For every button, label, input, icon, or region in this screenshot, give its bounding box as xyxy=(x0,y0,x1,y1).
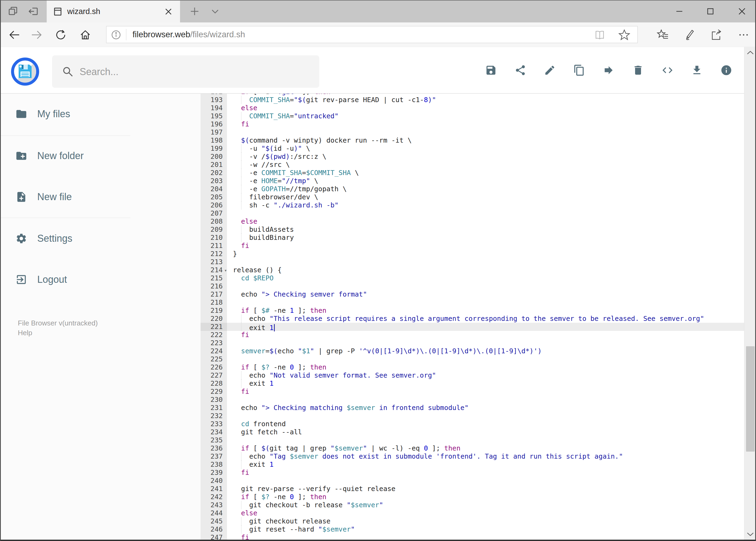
code-line[interactable]: git fetch --all xyxy=(227,428,744,436)
code-line[interactable]: release () { xyxy=(227,266,744,274)
edit-button[interactable] xyxy=(544,64,556,76)
sidebar-item-my-files[interactable]: My files xyxy=(1,103,130,125)
code-line[interactable]: git reset --hard "$semver" xyxy=(227,525,744,533)
code-line[interactable]: if [ $? -ne 0 ]; then xyxy=(227,493,744,501)
search-box[interactable] xyxy=(52,55,319,88)
sidebar-item-logout[interactable]: Logout xyxy=(1,269,130,290)
forward-icon[interactable] xyxy=(31,29,43,41)
code-line[interactable]: git checkout release xyxy=(227,517,744,525)
search-input[interactable] xyxy=(79,55,312,88)
code-line[interactable] xyxy=(227,298,744,306)
delete-button[interactable] xyxy=(632,64,644,76)
code-line[interactable]: fi xyxy=(227,120,744,128)
code-line[interactable]: if [ -d ".git" ]; then xyxy=(227,94,744,96)
code-line[interactable]: -e GOPATH=//tmp/gopath \ xyxy=(227,185,744,193)
code-button[interactable] xyxy=(661,64,673,76)
close-button[interactable] xyxy=(733,3,751,20)
code-line[interactable]: echo "Tag $semver does not exist in subm… xyxy=(227,452,744,460)
code-line[interactable]: -e HOME="//tmp" \ xyxy=(227,177,744,185)
code-line[interactable]: -v /$(pwd):/src:z \ xyxy=(227,153,744,161)
code-line[interactable]: COMMIT_SHA="$(git rev-parse HEAD | cut -… xyxy=(227,96,744,104)
favorites-hub-icon[interactable] xyxy=(657,29,669,41)
code-line[interactable]: cd frontend xyxy=(227,420,744,428)
sidebar-item-new-file[interactable]: New file xyxy=(1,186,130,208)
scroll-up-icon[interactable] xyxy=(747,50,754,56)
code-line[interactable]: $(command -v winpty) docker run --rm -it… xyxy=(227,136,744,145)
code-line[interactable]: } xyxy=(227,250,744,258)
sidebar-item-settings[interactable]: Settings xyxy=(1,228,130,249)
url-text[interactable]: filebrowser.web/files/wizard.sh xyxy=(132,26,245,43)
code-line[interactable]: else xyxy=(227,104,744,112)
tabs-preview-icon[interactable] xyxy=(5,3,21,19)
home-icon[interactable] xyxy=(79,29,92,41)
code-line[interactable] xyxy=(227,412,744,420)
info-button[interactable] xyxy=(720,64,732,76)
code-line[interactable]: sh -c "./wizard.sh -b" xyxy=(227,201,744,209)
code-line[interactable] xyxy=(227,282,744,290)
filebrowser-logo[interactable] xyxy=(11,58,39,86)
sidebar-item-new-folder[interactable]: New folder xyxy=(1,145,130,167)
code-line[interactable]: if [ $# -ne 1 ]; then xyxy=(227,306,744,315)
code-line[interactable]: echo "> Checking matching $semver in fro… xyxy=(227,404,744,412)
tab-list-chevron-icon[interactable] xyxy=(207,3,223,19)
code-line[interactable]: if [ $(git tag | grep "$semver" | wc -l)… xyxy=(227,444,744,452)
code-line[interactable]: -w //src \ xyxy=(227,161,744,169)
maximize-button[interactable] xyxy=(702,3,719,20)
back-icon[interactable] xyxy=(8,29,21,41)
move-button[interactable] xyxy=(603,64,615,76)
code-line[interactable]: git rev-parse --verify --quiet release xyxy=(227,485,744,493)
code-line[interactable]: else xyxy=(227,218,744,226)
code-line[interactable]: filebrowser/dev \ xyxy=(227,193,744,201)
new-tab-icon[interactable] xyxy=(186,3,203,19)
code-line[interactable]: buildAssets xyxy=(227,226,744,234)
code-line[interactable]: buildBinary xyxy=(227,234,744,242)
code-line[interactable]: cd $REPO xyxy=(227,274,744,282)
code-line[interactable] xyxy=(227,396,744,404)
code-line[interactable]: echo "> Checking semver format" xyxy=(227,290,744,298)
set-tabs-aside-icon[interactable] xyxy=(25,3,42,19)
tab-close-icon[interactable] xyxy=(162,5,175,18)
code-line[interactable]: -u "$(id -u)" \ xyxy=(227,145,744,153)
code-line[interactable]: fi xyxy=(227,533,744,540)
code-line[interactable] xyxy=(227,477,744,485)
help-link[interactable]: Help xyxy=(18,328,98,337)
browser-tab[interactable]: wizard.sh xyxy=(47,1,180,22)
code-line[interactable]: fi xyxy=(227,242,744,250)
code-line[interactable]: exit 1 xyxy=(227,379,744,387)
more-ellipsis-icon[interactable] xyxy=(737,29,750,41)
code-line[interactable] xyxy=(227,209,744,218)
web-notes-pen-icon[interactable] xyxy=(683,29,696,41)
code-line[interactable]: fi xyxy=(227,387,744,396)
code-line[interactable]: exit 1 xyxy=(227,323,744,331)
reading-view-icon[interactable] xyxy=(594,29,606,42)
code-line[interactable] xyxy=(227,436,744,444)
page-scrollbar[interactable] xyxy=(744,47,756,540)
code-line[interactable] xyxy=(227,339,744,347)
code-editor[interactable]: 192 if [ -d ".git" ]; then193 COMMIT_SHA… xyxy=(200,94,744,540)
add-favorite-star-icon[interactable] xyxy=(619,29,630,42)
code-line[interactable]: semver=$(echo "$1" | grep -P '^v(0|[1-9]… xyxy=(227,347,744,355)
fold-toggle-icon[interactable]: ▾ xyxy=(224,266,227,274)
scrollbar-thumb[interactable] xyxy=(746,346,755,452)
save-button[interactable] xyxy=(485,64,497,76)
share-page-icon[interactable] xyxy=(710,29,722,41)
code-line[interactable] xyxy=(227,128,744,136)
code-line[interactable]: if [ $? -ne 0 ]; then xyxy=(227,363,744,371)
code-line[interactable]: fi xyxy=(227,469,744,477)
scroll-down-icon[interactable] xyxy=(747,532,754,538)
code-line[interactable]: exit 1 xyxy=(227,460,744,469)
code-line[interactable]: fi xyxy=(227,331,744,339)
code-line[interactable] xyxy=(227,355,744,363)
code-line[interactable]: else xyxy=(227,509,744,517)
code-line[interactable] xyxy=(227,258,744,266)
minimize-button[interactable] xyxy=(671,3,688,20)
code-line[interactable]: -e COMMIT_SHA=$COMMIT_SHA \ xyxy=(227,169,744,177)
code-line[interactable]: COMMIT_SHA="untracked" xyxy=(227,112,744,120)
refresh-icon[interactable] xyxy=(55,29,67,41)
copy-button[interactable] xyxy=(573,64,585,76)
address-bar[interactable]: filebrowser.web/files/wizard.sh xyxy=(106,26,638,43)
code-line[interactable]: echo "Not valid semver format. See semve… xyxy=(227,371,744,379)
code-line[interactable]: git checkout -b release "$semver" xyxy=(227,501,744,509)
site-info-icon[interactable] xyxy=(111,30,121,41)
share-button[interactable] xyxy=(514,64,526,76)
